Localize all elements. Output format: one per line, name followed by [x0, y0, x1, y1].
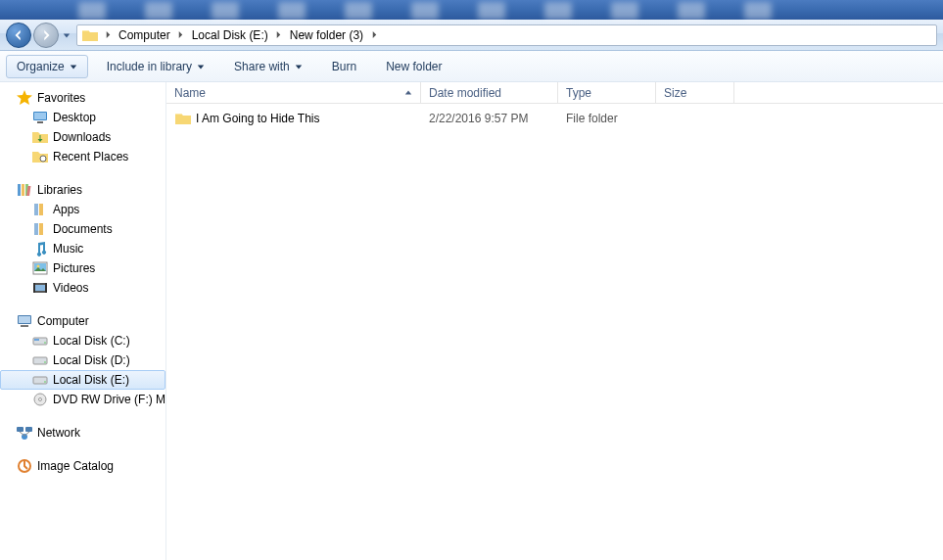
breadcrumb[interactable]: Computer Local Disk (E:) New folder (3) [76, 24, 937, 46]
svg-rect-9 [39, 204, 43, 215]
back-button[interactable] [6, 23, 31, 48]
file-list[interactable]: I Am Going to Hide This 2/22/2016 9:57 P… [166, 104, 943, 560]
new-folder-label: New folder [386, 60, 442, 73]
image-catalog-group: Image Catalog [0, 456, 165, 476]
recent-icon [31, 149, 49, 164]
taskbar-thumb [278, 2, 306, 20]
sidebar-item-documents[interactable]: Documents [0, 219, 165, 239]
sidebar-item-label: Recent Places [53, 150, 128, 163]
column-headers: Name Date modified Type Size [166, 82, 943, 104]
forward-button[interactable] [33, 23, 59, 48]
svg-point-26 [44, 361, 46, 363]
organize-label: Organize [17, 60, 65, 73]
column-name-label: Name [174, 86, 206, 100]
computer-header[interactable]: Computer [0, 311, 165, 331]
svg-point-24 [44, 342, 46, 344]
network-label: Network [37, 426, 80, 440]
sidebar-item-drive-d[interactable]: Local Disk (D:) [0, 350, 165, 370]
folder-icon [81, 26, 99, 44]
sidebar-item-pictures[interactable]: Pictures [0, 258, 165, 278]
libraries-label: Libraries [37, 183, 82, 197]
sidebar-item-downloads[interactable]: Downloads [0, 127, 165, 147]
sidebar-item-label: Local Disk (C:) [53, 334, 130, 348]
sidebar-item-label: Desktop [53, 111, 96, 124]
breadcrumb-folder[interactable]: New folder (3) [286, 25, 367, 45]
svg-rect-23 [34, 339, 39, 341]
column-type-label: Type [566, 86, 591, 100]
file-type: File folder [558, 112, 656, 125]
sidebar-item-label: Local Disk (E:) [53, 373, 129, 387]
svg-rect-10 [34, 223, 38, 235]
breadcrumb-separator[interactable] [367, 25, 381, 45]
sidebar-item-label: Local Disk (D:) [53, 353, 130, 367]
libraries-icon [16, 182, 33, 198]
svg-point-30 [39, 398, 42, 401]
sidebar-item-label: Music [53, 242, 83, 256]
taskbar-thumb [411, 2, 439, 20]
network-header[interactable]: Network [0, 423, 165, 443]
favorites-group: Favorites Desktop Downloads Recent Place… [0, 88, 165, 166]
svg-rect-8 [34, 204, 38, 215]
taskbar-thumb [345, 2, 372, 20]
burn-button[interactable]: Burn [321, 55, 367, 78]
include-in-library-button[interactable]: Include in library [96, 55, 215, 78]
libraries-header[interactable]: Libraries [0, 180, 165, 200]
sidebar-item-label: Documents [53, 222, 113, 236]
image-catalog-header[interactable]: Image Catalog [0, 456, 165, 476]
network-icon [16, 425, 33, 441]
library-icon [31, 221, 49, 237]
svg-rect-25 [33, 357, 47, 364]
navigation-bar: Computer Local Disk (E:) New folder (3) [0, 20, 943, 51]
taskbar-thumb [478, 2, 505, 20]
file-name-cell: I Am Going to Hide This [166, 111, 421, 126]
file-view: Name Date modified Type Size I Am Going … [166, 82, 943, 560]
favorites-label: Favorites [37, 91, 85, 105]
share-with-button[interactable]: Share with [223, 55, 313, 78]
column-size-label: Size [664, 86, 686, 100]
taskbar [0, 0, 943, 20]
sidebar-item-music[interactable]: Music [0, 239, 165, 258]
image-catalog-icon [16, 458, 33, 474]
svg-rect-21 [21, 325, 28, 327]
breadcrumb-computer[interactable]: Computer [115, 25, 174, 45]
taskbar-thumb [744, 2, 772, 20]
sidebar-item-drive-c[interactable]: Local Disk (C:) [0, 331, 165, 350]
column-type[interactable]: Type [558, 82, 656, 103]
sidebar-item-label: DVD RW Drive (F:) M [53, 393, 165, 406]
breadcrumb-separator[interactable] [174, 25, 188, 45]
breadcrumb-drive[interactable]: Local Disk (E:) [188, 25, 272, 45]
taskbar-thumb [145, 2, 172, 20]
sidebar-item-drive-e[interactable]: Local Disk (E:) [0, 370, 165, 390]
svg-rect-27 [33, 377, 47, 384]
sidebar-item-desktop[interactable]: Desktop [0, 108, 165, 127]
organize-button[interactable]: Organize [6, 55, 88, 78]
chevron-down-icon [197, 60, 205, 73]
file-row[interactable]: I Am Going to Hide This 2/22/2016 9:57 P… [166, 108, 943, 129]
sidebar-item-dvd-drive[interactable]: DVD RW Drive (F:) M [0, 390, 165, 409]
column-date-label: Date modified [429, 86, 501, 100]
breadcrumb-separator[interactable] [272, 25, 286, 45]
svg-rect-5 [22, 184, 24, 196]
new-folder-button[interactable]: New folder [375, 55, 452, 78]
sidebar-item-label: Apps [53, 203, 79, 216]
desktop-icon [31, 110, 49, 125]
navigation-pane: Favorites Desktop Downloads Recent Place… [0, 82, 166, 560]
taskbar-thumb [212, 2, 239, 20]
sidebar-item-recent-places[interactable]: Recent Places [0, 147, 165, 166]
breadcrumb-separator[interactable] [101, 25, 115, 45]
taskbar-thumb [611, 2, 638, 20]
file-date: 2/22/2016 9:57 PM [421, 112, 558, 125]
chevron-down-icon [295, 60, 303, 73]
history-dropdown[interactable] [61, 23, 72, 47]
column-name[interactable]: Name [166, 82, 421, 103]
drive-icon [31, 333, 49, 349]
videos-icon [31, 280, 49, 296]
sidebar-item-videos[interactable]: Videos [0, 278, 165, 298]
computer-label: Computer [37, 314, 89, 328]
image-catalog-label: Image Catalog [37, 459, 114, 473]
column-size[interactable]: Size [656, 82, 734, 103]
column-date[interactable]: Date modified [421, 82, 558, 103]
sidebar-item-apps[interactable]: Apps [0, 200, 165, 219]
svg-rect-31 [17, 427, 24, 432]
favorites-header[interactable]: Favorites [0, 88, 165, 108]
